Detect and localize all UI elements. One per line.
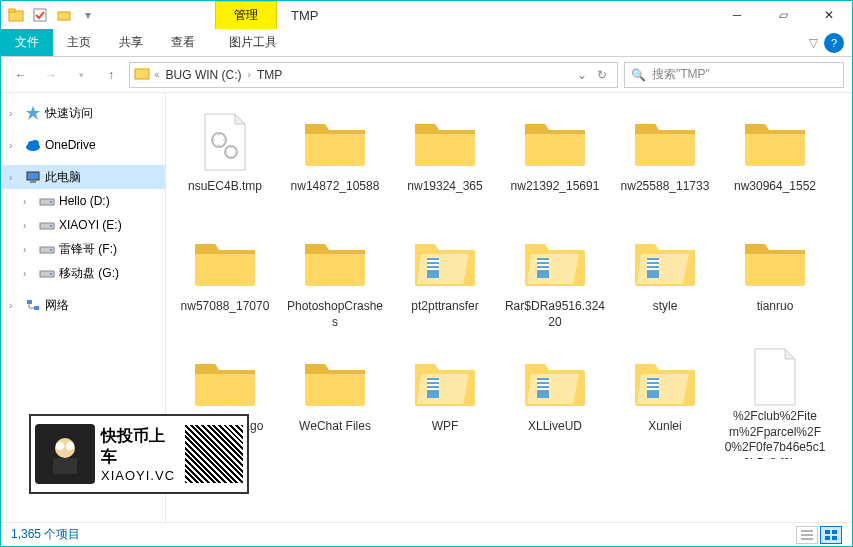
folder-icon	[740, 227, 810, 297]
svg-point-14	[50, 225, 52, 227]
file-name: WPF	[432, 419, 459, 435]
search-input[interactable]: 🔍 搜索"TMP"	[624, 62, 844, 88]
recent-dropdown-icon[interactable]: ▾	[69, 63, 93, 87]
contextual-tab-header[interactable]: 管理	[215, 1, 277, 29]
item-count: 1,365 个项目	[11, 526, 80, 543]
drive-icon	[39, 193, 55, 209]
qat-folder-small-icon[interactable]	[53, 4, 75, 26]
file-name: pt2pttransfer	[411, 299, 478, 315]
tab-picture-tools[interactable]: 图片工具	[215, 29, 291, 56]
expand-icon[interactable]: ›	[9, 140, 21, 151]
tree-node[interactable]: ›快速访问	[1, 101, 165, 125]
folder-icon	[410, 227, 480, 297]
file-item[interactable]: Rar$DRa9516.32420	[500, 223, 610, 343]
chevron-right-icon[interactable]: «	[154, 69, 160, 80]
file-name: WeChat Files	[299, 419, 371, 435]
avatar-icon	[35, 424, 95, 484]
expand-icon[interactable]: ›	[9, 172, 21, 183]
svg-rect-40	[427, 388, 439, 390]
qat-overflow-icon[interactable]: ▾	[77, 4, 99, 26]
file-name: Rar$DRa9516.32420	[504, 299, 606, 330]
file-name: nw30964_1552	[734, 179, 816, 195]
file-name: nw57088_17070	[181, 299, 270, 315]
svg-point-52	[66, 442, 74, 450]
ribbon-expand-icon[interactable]: ▽	[809, 36, 818, 50]
drive-icon	[39, 241, 55, 257]
view-icons-button[interactable]	[820, 526, 842, 544]
svg-rect-3	[58, 12, 70, 20]
watermark-overlay: 快投币上车 XIAOYI.VC	[29, 414, 249, 494]
file-name: style	[653, 299, 678, 315]
tab-share[interactable]: 共享	[105, 29, 157, 56]
file-list[interactable]: nsuEC4B.tmpnw14872_10588nw19324_365nw213…	[166, 93, 852, 523]
folder-icon	[520, 347, 590, 417]
svg-rect-31	[537, 264, 549, 266]
svg-point-16	[50, 249, 52, 251]
tree-node[interactable]: ›移动盘 (G:)	[1, 261, 165, 285]
file-item[interactable]: nw21392_15691	[500, 103, 610, 223]
tab-view[interactable]: 查看	[157, 29, 209, 56]
view-details-button[interactable]	[796, 526, 818, 544]
address-bar[interactable]: « BUG WIN (C:) › TMP ⌄ ↻	[129, 62, 618, 88]
tree-label: XIAOYI (E:)	[59, 218, 122, 232]
file-item[interactable]: Xunlei	[610, 343, 720, 463]
cloud-icon	[25, 137, 41, 153]
up-button[interactable]: ↑	[99, 63, 123, 87]
tree-node[interactable]: ›Hello (D:)	[1, 189, 165, 213]
tree-node[interactable]: ›XIAOYI (E:)	[1, 213, 165, 237]
file-name: nsuEC4B.tmp	[188, 179, 262, 195]
svg-rect-27	[427, 264, 439, 266]
net-icon	[25, 297, 41, 313]
minimize-button[interactable]: ─	[714, 1, 760, 29]
tree-label: Hello (D:)	[59, 194, 110, 208]
breadcrumb[interactable]: BUG WIN (C:)	[164, 68, 244, 82]
tree-node[interactable]: ›雷锋哥 (F:)	[1, 237, 165, 261]
file-name: PhotoshopCrashes	[284, 299, 386, 330]
breadcrumb[interactable]: TMP	[255, 68, 284, 82]
svg-rect-57	[832, 530, 837, 534]
chevron-right-icon[interactable]: ›	[248, 69, 251, 80]
svg-rect-10	[30, 181, 36, 183]
file-item[interactable]: nw57088_17070	[170, 223, 280, 343]
qat-check-icon[interactable]	[29, 4, 51, 26]
file-item[interactable]: XLLiveUD	[500, 343, 610, 463]
expand-icon[interactable]: ›	[23, 268, 35, 279]
file-item[interactable]: WPF	[390, 343, 500, 463]
expand-icon[interactable]: ›	[23, 196, 35, 207]
file-icon	[190, 107, 260, 177]
file-item[interactable]: nw14872_10588	[280, 103, 390, 223]
file-item[interactable]: nw19324_365	[390, 103, 500, 223]
svg-point-18	[50, 273, 52, 275]
expand-icon[interactable]: ›	[23, 220, 35, 231]
tree-node[interactable]: ›网络	[1, 293, 165, 317]
folder-icon[interactable]	[5, 4, 27, 26]
expand-icon[interactable]: ›	[9, 300, 21, 311]
svg-rect-32	[537, 268, 549, 270]
expand-icon[interactable]: ›	[9, 108, 21, 119]
address-dropdown-icon[interactable]: ⌄	[577, 68, 587, 82]
file-item[interactable]: pt2pttransfer	[390, 223, 500, 343]
file-item[interactable]: nw30964_1552	[720, 103, 830, 223]
expand-icon[interactable]: ›	[23, 244, 35, 255]
svg-marker-5	[26, 106, 40, 120]
refresh-icon[interactable]: ↻	[591, 68, 613, 82]
file-item[interactable]: nsuEC4B.tmp	[170, 103, 280, 223]
file-item[interactable]: tianruo	[720, 223, 830, 343]
tab-home[interactable]: 主页	[53, 29, 105, 56]
tree-node[interactable]: ›此电脑	[1, 165, 165, 189]
close-button[interactable]: ✕	[806, 1, 852, 29]
tab-file[interactable]: 文件	[1, 29, 53, 56]
forward-button[interactable]: →	[39, 63, 63, 87]
svg-point-51	[56, 442, 64, 450]
maximize-button[interactable]: ▱	[760, 1, 806, 29]
file-item[interactable]: style	[610, 223, 720, 343]
file-item[interactable]: nw25588_11733	[610, 103, 720, 223]
folder-icon	[410, 107, 480, 177]
back-button[interactable]: ←	[9, 63, 33, 87]
tree-label: 移动盘 (G:)	[59, 265, 119, 282]
tree-node[interactable]: ›OneDrive	[1, 133, 165, 157]
file-item[interactable]: PhotoshopCrashes	[280, 223, 390, 343]
help-icon[interactable]: ?	[824, 33, 844, 53]
file-item[interactable]: %2Fclub%2Fitem%2Fparcel%2F0%2F0fe7b46e5c…	[720, 343, 830, 463]
file-item[interactable]: WeChat Files	[280, 343, 390, 463]
